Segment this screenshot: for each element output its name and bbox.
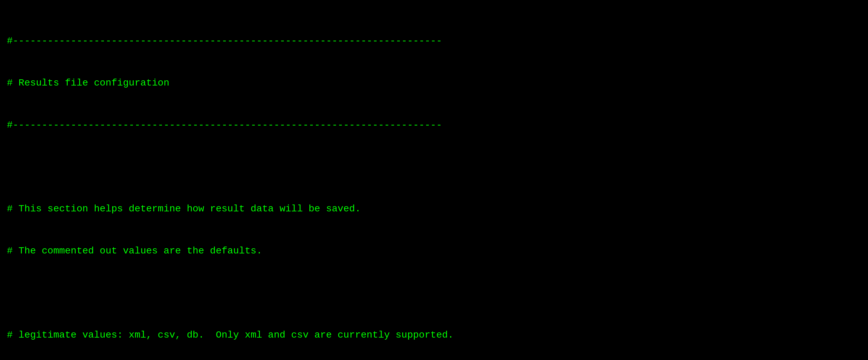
line-3: #---------------------------------------… bbox=[7, 118, 861, 132]
line-1: #---------------------------------------… bbox=[7, 34, 861, 48]
code-editor: #---------------------------------------… bbox=[7, 6, 861, 360]
line-5: # This section helps determine how resul… bbox=[7, 202, 861, 216]
line-7-empty bbox=[7, 286, 861, 300]
line-2: # Results file configuration bbox=[7, 76, 861, 90]
line-4-empty bbox=[7, 160, 861, 174]
line-8: # legitimate values: xml, csv, db. Only … bbox=[7, 328, 861, 342]
line-6: # The commented out values are the defau… bbox=[7, 244, 861, 258]
